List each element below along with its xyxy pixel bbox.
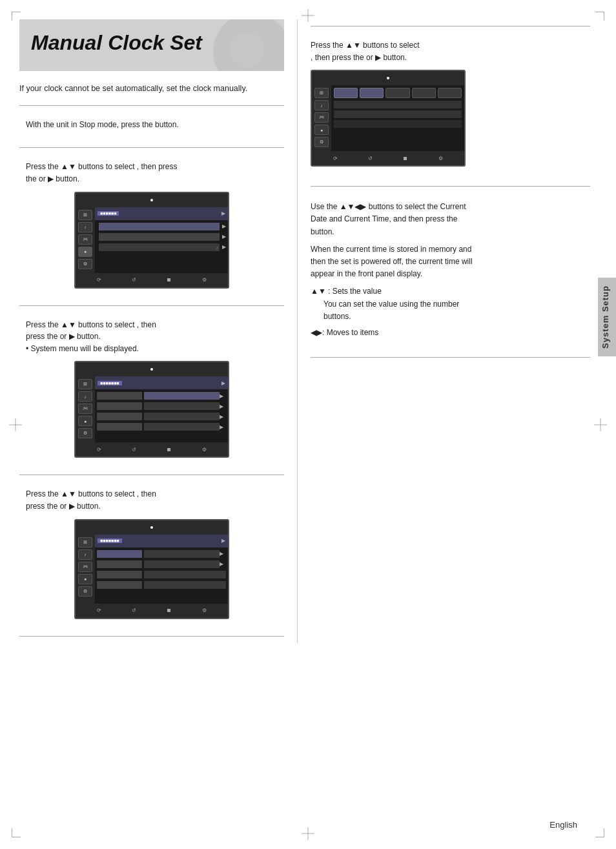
tv-screen-right-1: ⊞ ♪ 🎮 ● ⚙	[311, 70, 466, 167]
right-step-1-block: Press the ▲▼ buttons to select , then pr…	[311, 34, 590, 178]
tv-bottom-bar-2: ⟳ ↺ ⏹ ⚙	[76, 442, 228, 456]
step-4-text: Press the ▲▼ buttons to select , then pr…	[19, 488, 284, 512]
tv-menu-bar-3: ■■■■■■■ ▶	[95, 535, 228, 547]
info-bullet-1-sub2: buttons.	[311, 312, 351, 321]
tv-body-2: ⊞ ♪ 🎮 ● ⚙ ■■■■■■■ ▶	[76, 376, 228, 442]
sidebar-tab: System Setup	[598, 278, 616, 356]
step-2-block: Press the ▲▼ buttons to select , then pr…	[19, 154, 284, 298]
info-bullet-1: ▲▼ : Sets the value You can set the valu…	[311, 285, 590, 323]
step-1-block: With the unit in Stop mode, press the bu…	[19, 112, 284, 141]
info-block: Use the ▲▼◀▶ buttons to select the Curre…	[311, 194, 590, 349]
footer-language: English	[549, 820, 577, 830]
tv-list-row-2-4: ▶	[97, 422, 226, 431]
center-left-mark	[9, 418, 22, 431]
step-2-text: Press the ▲▼ buttons to select , then pr…	[19, 161, 284, 185]
tv-screen-2: ⊞ ♪ 🎮 ● ⚙ ■■■■■■■ ▶	[74, 361, 229, 458]
tv-top-bar-r1	[312, 71, 464, 85]
divider-3	[19, 305, 284, 306]
tv-dot-1	[150, 199, 153, 201]
tv-list-row-3: ♪ ▶	[97, 243, 226, 252]
tv-bottom-bar-r1: ⟳ ↺ ⏹ ⚙	[312, 151, 464, 165]
divider-1	[19, 105, 284, 106]
intro-text: If your clock cannot be set automaticall…	[19, 83, 284, 95]
corner-mark-bl	[12, 828, 21, 837]
info-bullet-1-sub: You can set the value using the number	[311, 300, 459, 309]
tv-body-1: ⊞ ♪ 🎮 ● ⚙ ■■■■■■ ▶	[76, 207, 228, 273]
step-1-text: With the unit in Stop mode, press the bu…	[19, 119, 284, 131]
tv-list-row-2-3: ▶	[97, 412, 226, 421]
tv-content-rows-2: ▶ ▶ ▶	[95, 389, 228, 435]
tv-list-row-3-3	[97, 570, 226, 579]
tv-icon-3: 🎮	[78, 234, 92, 245]
center-bottom-mark	[302, 827, 314, 840]
corner-mark-tr	[595, 12, 604, 21]
tv-body-r1: ⊞ ♪ 🎮 ● ⚙	[312, 85, 464, 151]
tv-left-icons-3: ⊞ ♪ 🎮 ● ⚙	[76, 535, 95, 604]
tv-menu-item-selected: ■■■■■■	[98, 211, 119, 216]
tv-main-area-3: ■■■■■■■ ▶ ▶	[95, 535, 228, 604]
left-column: Manual Clock Set If your clock cannot be…	[19, 19, 297, 643]
info-text-2: When the current time is stored in memor…	[311, 243, 590, 281]
tv-content-rows-3: ▶ ▶	[95, 547, 228, 593]
step-4-block: Press the ▲▼ buttons to select , then pr…	[19, 482, 284, 629]
tv-content-rows-1: ▶ ▶ ♪ ▶	[95, 220, 228, 255]
title-box: Manual Clock Set	[19, 19, 284, 71]
right-divider-top	[311, 26, 590, 26]
right-column: Press the ▲▼ buttons to select , then pr…	[297, 19, 590, 643]
tv-top-bar-3	[76, 520, 228, 535]
tv-screen-1: ⊞ ♪ 🎮 ● ⚙ ■■■■■■ ▶	[74, 192, 229, 289]
right-step-1-text: Press the ▲▼ buttons to select , then pr…	[311, 39, 590, 63]
tv-menu-bar-1: ■■■■■■ ▶	[95, 207, 228, 220]
page-title: Manual Clock Set	[31, 31, 271, 55]
center-top-mark	[302, 9, 314, 22]
tv-bottom-bar-1: ⟳ ↺ ⏹ ⚙	[76, 273, 228, 287]
tv-top-bar-2	[76, 362, 228, 376]
step-3-text: Press the ▲▼ buttons to select , then pr…	[19, 319, 284, 355]
tv-left-icons-1: ⊞ ♪ 🎮 ● ⚙	[76, 207, 95, 273]
tv-icon-5: ⚙	[78, 259, 92, 269]
main-content: Manual Clock Set If your clock cannot be…	[0, 0, 616, 662]
tv-list-row-3-1: ▶	[97, 549, 226, 558]
tv-list-row-1: ▶	[97, 222, 226, 231]
tv-icon-1: ⊞	[78, 210, 92, 220]
tv-bottom-bar-3: ⟳ ↺ ⏹ ⚙	[76, 604, 228, 618]
divider-4	[19, 475, 284, 475]
divider-5	[19, 636, 284, 637]
tv-list-row-2-1: ▶	[97, 391, 226, 400]
tv-left-icons-2: ⊞ ♪ 🎮 ● ⚙	[76, 376, 95, 442]
tv-list-row-2-2: ▶	[97, 402, 226, 411]
info-text-1: Use the ▲▼◀▶ buttons to select the Curre…	[311, 201, 590, 238]
tv-main-area-2: ■■■■■■■ ▶ ▶	[95, 376, 228, 442]
divider-2	[19, 147, 284, 148]
tv-list-row-3-4	[97, 580, 226, 589]
step-3-block: Press the ▲▼ buttons to select , then pr…	[19, 312, 284, 469]
tv-top-bar-1	[76, 193, 228, 207]
tv-menu-bar-2: ■■■■■■■ ▶	[95, 376, 228, 389]
tv-body-3: ⊞ ♪ 🎮 ● ⚙ ■■■■■■■ ▶	[76, 535, 228, 604]
tv-left-icons-r1: ⊞ ♪ 🎮 ● ⚙	[312, 85, 331, 151]
center-right-mark	[594, 418, 607, 431]
right-divider-bottom	[311, 357, 590, 358]
tv-icon-2: ♪	[78, 222, 92, 232]
tv-main-area-r1	[331, 85, 464, 151]
corner-mark-br	[595, 828, 604, 837]
tv-main-area-1: ■■■■■■ ▶ ▶ ▶	[95, 207, 228, 273]
info-bullet-2: ◀▶: Moves to items	[311, 327, 590, 339]
right-divider-2	[311, 186, 590, 187]
tv-icon-4: ●	[78, 247, 92, 257]
tv-screen-3: ⊞ ♪ 🎮 ● ⚙ ■■■■■■■ ▶	[74, 519, 229, 619]
tv-list-row-3-2: ▶	[97, 560, 226, 569]
tv-list-row-2: ▶	[97, 232, 226, 241]
